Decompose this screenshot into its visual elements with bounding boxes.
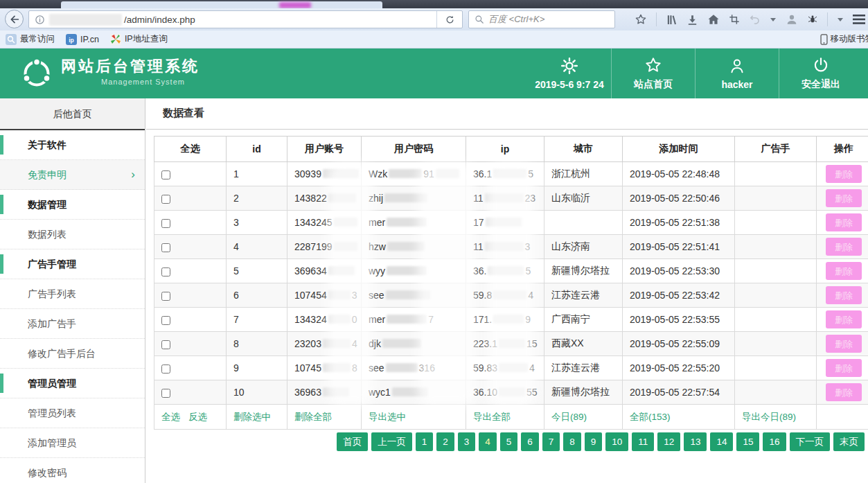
header-logout[interactable]: 安全退出	[779, 49, 862, 98]
table-action-link[interactable]: 全选	[161, 412, 180, 422]
page-button[interactable]: 首页	[337, 432, 368, 451]
row-checkbox[interactable]	[161, 292, 170, 301]
header-datetime[interactable]: 2019-5-6 9:7 24	[528, 49, 611, 98]
cell-time: 2019-05-05 22:57:54	[623, 380, 735, 405]
page-button[interactable]: 16	[763, 432, 786, 451]
back-button[interactable]	[5, 10, 24, 28]
page-button[interactable]: 下一页	[790, 432, 831, 451]
caret-down-icon[interactable]	[770, 16, 777, 23]
censored-text	[323, 387, 349, 396]
divider	[656, 12, 657, 26]
delete-button[interactable]: 删除	[826, 165, 862, 183]
delete-button[interactable]: 删除	[826, 383, 862, 401]
bookmark-item[interactable]: ipIP.cn	[66, 34, 99, 45]
delete-button[interactable]: 删除	[826, 286, 862, 304]
search-input[interactable]: 百度 <Ctrl+K>	[468, 10, 615, 28]
delete-button[interactable]: 删除	[826, 262, 862, 280]
page-button[interactable]: 10	[605, 432, 628, 451]
page-button[interactable]: 15	[736, 432, 759, 451]
cell-time: 2019-05-05 22:53:30	[623, 259, 735, 283]
page-button[interactable]: 3	[458, 432, 476, 451]
row-checkbox[interactable]	[161, 219, 170, 228]
header-user[interactable]: hacker	[695, 49, 779, 98]
sidebar-item[interactable]: 广告手列表	[0, 279, 145, 309]
page-button[interactable]: 13	[684, 432, 707, 451]
power-icon	[812, 56, 830, 74]
row-checkbox[interactable]	[161, 365, 170, 374]
delete-button[interactable]: 删除	[826, 335, 862, 353]
page-button[interactable]: 7	[542, 432, 560, 451]
page-button[interactable]: 9	[585, 432, 603, 451]
header-site-home[interactable]: 站点首页	[611, 49, 695, 98]
delete-button[interactable]: 删除	[826, 359, 862, 377]
sidebar-item[interactable]: 关于软件	[0, 130, 145, 160]
row-checkbox[interactable]	[161, 267, 170, 276]
delete-button[interactable]: 删除	[826, 310, 862, 328]
sidebar-item[interactable]: 数据管理	[0, 190, 145, 220]
browser-tab[interactable]	[61, 1, 382, 8]
sidebar-item[interactable]: 添加管理员	[0, 428, 145, 458]
page-button[interactable]: 上一页	[371, 432, 412, 451]
divider	[827, 12, 828, 26]
profile-icon[interactable]	[786, 13, 798, 26]
table-action-link[interactable]: 全部(153)	[630, 412, 671, 422]
row-checkbox[interactable]	[161, 243, 170, 252]
sidebar-item[interactable]: 广告手管理	[0, 249, 145, 279]
row-checkbox[interactable]	[161, 389, 170, 398]
delete-button[interactable]: 删除	[826, 189, 862, 207]
row-checkbox[interactable]	[161, 340, 170, 349]
sidebar-item[interactable]: 添加广告手	[0, 309, 145, 339]
table-action-link[interactable]: 反选	[188, 412, 207, 422]
sidebar-item[interactable]: 免责申明›	[0, 160, 145, 190]
table-action-link[interactable]: 导出选中	[369, 412, 406, 422]
undo-icon[interactable]	[749, 14, 761, 26]
sidebar-home[interactable]: 后他首页	[0, 98, 145, 130]
bookmark-item[interactable]: IP地址查询	[110, 33, 168, 45]
cell-actions: 删除	[817, 186, 868, 211]
delete-button[interactable]: 删除	[826, 238, 862, 256]
page-button[interactable]: 8	[563, 432, 581, 451]
site-info-icon[interactable]	[35, 15, 45, 25]
cell-text: hzw	[369, 241, 386, 252]
sidebar-item[interactable]: 修改密码	[0, 458, 145, 483]
mobile-phone-icon	[820, 34, 828, 45]
table-action-link[interactable]: 今日(89)	[551, 412, 587, 422]
table-header-row: 全选id用户账号用户密码ip城市添加时间广告手操作	[154, 137, 868, 162]
page-button[interactable]: 2	[436, 432, 454, 451]
row-checkbox[interactable]	[161, 170, 170, 179]
page-button[interactable]: 6	[521, 432, 539, 451]
page-button[interactable]: 末页	[833, 432, 865, 451]
screenshot-icon[interactable]	[729, 14, 740, 25]
sidebar-item[interactable]: 修改广告手后台	[0, 339, 145, 369]
reload-button[interactable]	[437, 11, 462, 28]
page-button[interactable]: 1	[416, 432, 434, 451]
cell-actions: 删除	[817, 308, 868, 332]
download-icon[interactable]	[687, 14, 698, 26]
table-action-link[interactable]: 导出今日(89)	[742, 412, 796, 422]
home-icon[interactable]	[707, 13, 720, 26]
row-checkbox[interactable]	[161, 316, 170, 325]
row-checkbox[interactable]	[161, 195, 170, 204]
sidebar-item[interactable]: 管理员管理	[0, 369, 145, 398]
caret-down-icon[interactable]	[837, 16, 844, 23]
menu-icon[interactable]	[853, 15, 865, 24]
delete-button[interactable]: 删除	[826, 213, 862, 231]
table-action-link[interactable]: 删除全部	[294, 412, 332, 422]
library-icon[interactable]	[666, 14, 677, 26]
table-action-link[interactable]: 删除选中	[233, 412, 271, 422]
page-button[interactable]: 11	[632, 432, 654, 451]
page-button[interactable]: 4	[479, 432, 497, 451]
page-button[interactable]: 5	[500, 432, 518, 451]
bookmark-item[interactable]: 最常访问	[6, 33, 55, 45]
extension-icon[interactable]	[807, 14, 818, 25]
bookmark-label: IP.cn	[80, 35, 99, 44]
page-button[interactable]: 12	[657, 432, 680, 451]
sidebar-item[interactable]: 数据列表	[0, 220, 145, 249]
footer-cell: 导出今日(89)	[735, 405, 817, 430]
url-bar[interactable]: /admin/index.php	[28, 10, 463, 28]
bookmark-star-icon[interactable]	[635, 13, 647, 26]
table-action-link[interactable]: 导出全部	[473, 412, 511, 422]
page-button[interactable]: 14	[710, 432, 733, 451]
sidebar-item[interactable]: 管理员列表	[0, 398, 145, 428]
mobile-bookmarks[interactable]: 移动版书签	[820, 30, 868, 48]
